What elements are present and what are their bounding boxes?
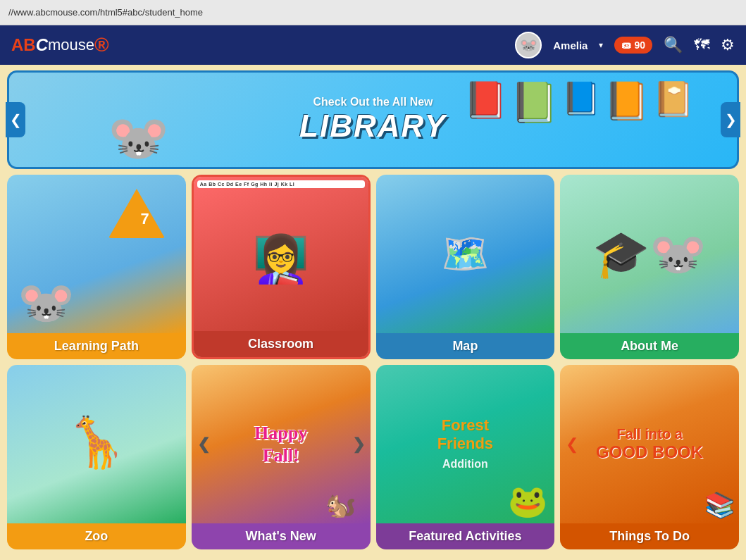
- map-icon[interactable]: 🗺: [694, 36, 709, 54]
- ticket-count: 90: [634, 39, 645, 51]
- tile-whats-new[interactable]: ❮ HappyFall! ❯ 🐿️ What's New: [192, 365, 371, 549]
- banner-mouse-art: 🐭: [108, 109, 169, 167]
- alphabet-strip: Aa Bb Cc Dd Ee Ff Gg Hh Ii Jj Kk Ll: [197, 180, 365, 188]
- whats-new-arrow-right[interactable]: ❯: [352, 435, 365, 454]
- tile-featured-label: Featured Activities: [376, 523, 555, 549]
- logo-c: C: [36, 35, 48, 55]
- avatar: 🐭: [515, 32, 542, 58]
- whats-new-title-text: HappyFall!: [254, 422, 307, 466]
- logo-dot: ®: [94, 34, 109, 56]
- tile-things-to-do[interactable]: ❮ Fall into aGOOD BOOK 📚 Things To Do: [560, 365, 739, 549]
- tile-featured-image: ForestFriendsAddition 🐸: [376, 365, 555, 523]
- things-arrow-left: ❮: [566, 435, 578, 454]
- tile-zoo-image: 🦒: [7, 365, 186, 523]
- tile-zoo-label: Zoo: [7, 523, 186, 549]
- tile-classroom-image: Aa Bb Cc Dd Ee Ff Gg Hh Ii Jj Kk Ll 👩‍🏫: [194, 177, 368, 331]
- classroom-art: 👩‍🏫: [252, 232, 309, 286]
- featured-art: ForestFriendsAddition 🐸: [376, 365, 555, 523]
- logo-mouse: mouse: [48, 36, 94, 54]
- badge-7: 7: [141, 210, 149, 228]
- nav-right: 🐭 Amelia ▾ 🎟 90 🔍 🗺 ⚙: [515, 32, 735, 58]
- banner-next-button[interactable]: ❯: [721, 102, 740, 137]
- arrow-right-icon: ❯: [725, 111, 737, 128]
- tile-learning-path-label: Learning Path: [7, 333, 186, 359]
- ticket-icon: 🎟: [621, 39, 631, 51]
- tile-map-image: 🗺️: [376, 175, 555, 333]
- username-chevron[interactable]: ▾: [599, 40, 603, 50]
- featured-title-text: ForestFriendsAddition: [437, 416, 493, 472]
- things-art: ❮ Fall into aGOOD BOOK 📚: [560, 365, 739, 523]
- banner-books-art: 📕 📗 📘 📙 📔: [464, 80, 695, 125]
- mouse-explorer-art: 🐭: [18, 276, 75, 330]
- whats-new-art: ❮ HappyFall! ❯ 🐿️: [192, 365, 371, 523]
- search-icon[interactable]: 🔍: [664, 36, 683, 54]
- tile-whats-new-image: ❮ HappyFall! ❯ 🐿️: [192, 365, 371, 523]
- browser-bar: //www.abcmouse.com/html5#abc/student_hom…: [0, 0, 746, 25]
- tile-things-image: ❮ Fall into aGOOD BOOK 📚: [560, 365, 739, 523]
- featured-frog-art: 🐸: [508, 483, 547, 520]
- arrow-left-icon: ❮: [10, 111, 22, 128]
- browser-url: //www.abcmouse.com/html5#abc/student_hom…: [8, 7, 203, 18]
- banner-text-area: Check Out the All New LIBRARY: [299, 96, 447, 144]
- tile-things-label: Things To Do: [560, 523, 739, 549]
- banner-title: LIBRARY: [299, 108, 447, 144]
- about-me-art: 🎓🐭: [592, 228, 707, 281]
- banner-wrapper: ❮ 🐭 Check Out the All New LIBRARY 📕 📗 📘 …: [7, 70, 739, 169]
- tile-classroom[interactable]: Aa Bb Cc Dd Ee Ff Gg Hh Ii Jj Kk Ll 👩‍🏫 …: [192, 175, 371, 359]
- tile-about-me[interactable]: 🎓🐭 About Me: [560, 175, 739, 359]
- things-title-text: Fall into aGOOD BOOK: [596, 425, 703, 463]
- top-nav: AB C mouse ® 🐭 Amelia ▾ 🎟 90 🔍 🗺 ⚙: [0, 25, 746, 65]
- avatar-emoji: 🐭: [520, 37, 537, 54]
- main-content: ❮ 🐭 Check Out the All New LIBRARY 📕 📗 📘 …: [0, 65, 746, 560]
- zoo-art: 🦒: [66, 413, 127, 475]
- tile-classroom-label: Classroom: [194, 331, 368, 357]
- tile-learning-path[interactable]: 7 🐭 Learning Path: [7, 175, 186, 359]
- banner-subtitle: Check Out the All New: [299, 96, 447, 108]
- map-art: 🗺️: [441, 231, 490, 277]
- tile-map-label: Map: [376, 333, 555, 359]
- tile-map[interactable]: 🗺️ Map: [376, 175, 555, 359]
- tile-whats-new-label: What's New: [192, 523, 371, 549]
- logo-ab: AB: [11, 35, 36, 55]
- settings-icon[interactable]: ⚙: [721, 36, 735, 54]
- logo: AB C mouse ®: [11, 34, 109, 56]
- username[interactable]: Amelia: [553, 39, 588, 51]
- tile-about-me-label: About Me: [560, 333, 739, 359]
- activity-grid: 7 🐭 Learning Path Aa Bb Cc Dd Ee Ff Gg H…: [7, 175, 739, 549]
- banner-prev-button[interactable]: ❮: [6, 102, 25, 137]
- tile-zoo[interactable]: 🦒 Zoo: [7, 365, 186, 549]
- banner[interactable]: 🐭 Check Out the All New LIBRARY 📕 📗 📘 📙 …: [7, 70, 739, 169]
- tile-learning-path-image: 7 🐭: [7, 175, 186, 333]
- orange-triangle: [108, 189, 165, 238]
- tile-about-me-image: 🎓🐭: [560, 175, 739, 333]
- whats-new-arrow-left[interactable]: ❮: [197, 435, 210, 454]
- tickets-badge[interactable]: 🎟 90: [614, 37, 652, 54]
- tile-featured-activities[interactable]: ForestFriendsAddition 🐸 Featured Activit…: [376, 365, 555, 549]
